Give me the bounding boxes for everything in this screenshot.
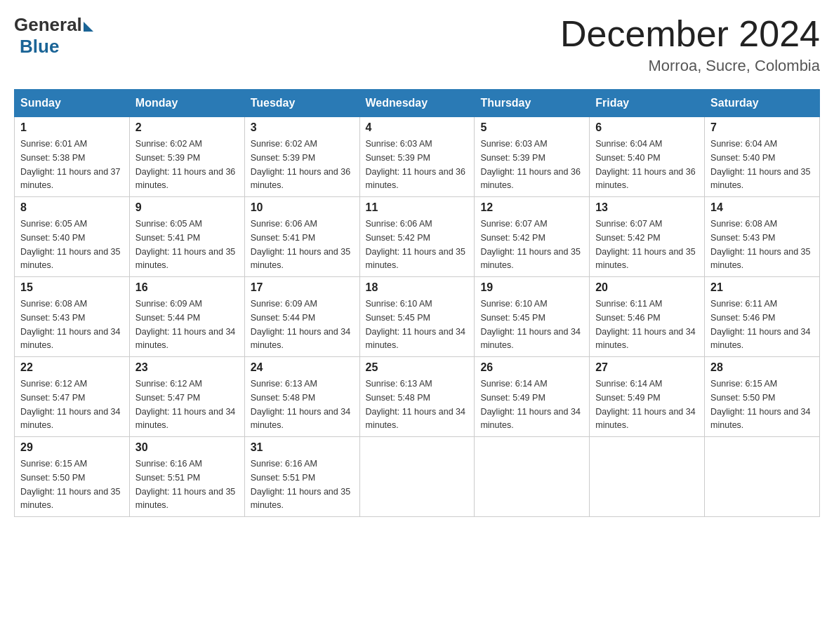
calendar-cell: 27 Sunrise: 6:14 AMSunset: 5:49 PMDaylig…	[590, 357, 705, 437]
weekday-header-thursday: Thursday	[475, 90, 590, 117]
day-info: Sunrise: 6:03 AMSunset: 5:39 PMDaylight:…	[480, 139, 580, 190]
day-info: Sunrise: 6:10 AMSunset: 5:45 PMDaylight:…	[366, 299, 465, 350]
calendar-cell: 9 Sunrise: 6:05 AMSunset: 5:41 PMDayligh…	[129, 197, 244, 277]
day-info: Sunrise: 6:14 AMSunset: 5:49 PMDaylight:…	[595, 379, 695, 430]
calendar-cell: 22 Sunrise: 6:12 AMSunset: 5:47 PMDaylig…	[15, 357, 130, 437]
weekday-header-wednesday: Wednesday	[359, 90, 475, 117]
calendar-cell	[590, 437, 705, 517]
day-number: 5	[480, 121, 583, 134]
day-info: Sunrise: 6:09 AMSunset: 5:44 PMDaylight:…	[135, 299, 235, 350]
day-info: Sunrise: 6:01 AMSunset: 5:38 PMDaylight:…	[20, 139, 120, 190]
calendar-cell: 1 Sunrise: 6:01 AMSunset: 5:38 PMDayligh…	[15, 117, 130, 197]
day-number: 25	[366, 361, 469, 374]
calendar-cell: 31 Sunrise: 6:16 AMSunset: 5:51 PMDaylig…	[244, 437, 359, 517]
day-number: 31	[251, 441, 354, 454]
logo-arrow-icon	[84, 22, 93, 32]
weekday-header-row: SundayMondayTuesdayWednesdayThursdayFrid…	[15, 90, 820, 117]
logo: General Blue	[14, 14, 93, 58]
calendar-week-row: 29 Sunrise: 6:15 AMSunset: 5:50 PMDaylig…	[15, 437, 820, 517]
day-number: 29	[20, 441, 124, 454]
day-number: 28	[710, 361, 814, 374]
day-number: 7	[710, 121, 814, 134]
day-info: Sunrise: 6:12 AMSunset: 5:47 PMDaylight:…	[135, 379, 235, 430]
day-info: Sunrise: 6:02 AMSunset: 5:39 PMDaylight:…	[251, 139, 350, 190]
day-info: Sunrise: 6:15 AMSunset: 5:50 PMDaylight:…	[710, 379, 810, 430]
day-info: Sunrise: 6:04 AMSunset: 5:40 PMDaylight:…	[710, 139, 810, 190]
day-info: Sunrise: 6:08 AMSunset: 5:43 PMDaylight:…	[20, 299, 120, 350]
logo-general: General	[14, 14, 82, 36]
calendar-cell: 29 Sunrise: 6:15 AMSunset: 5:50 PMDaylig…	[15, 437, 130, 517]
calendar-cell: 14 Sunrise: 6:08 AMSunset: 5:43 PMDaylig…	[705, 197, 820, 277]
day-number: 13	[595, 201, 699, 214]
location-title: Morroa, Sucre, Colombia	[560, 57, 820, 75]
day-number: 30	[135, 441, 239, 454]
calendar-cell: 15 Sunrise: 6:08 AMSunset: 5:43 PMDaylig…	[15, 277, 130, 357]
day-number: 14	[710, 201, 814, 214]
calendar-cell: 6 Sunrise: 6:04 AMSunset: 5:40 PMDayligh…	[590, 117, 705, 197]
day-info: Sunrise: 6:06 AMSunset: 5:42 PMDaylight:…	[366, 219, 465, 270]
calendar-table: SundayMondayTuesdayWednesdayThursdayFrid…	[14, 89, 820, 517]
day-number: 21	[710, 281, 814, 294]
calendar-cell	[475, 437, 590, 517]
day-info: Sunrise: 6:02 AMSunset: 5:39 PMDaylight:…	[135, 139, 235, 190]
day-info: Sunrise: 6:16 AMSunset: 5:51 PMDaylight:…	[251, 459, 350, 510]
weekday-header-friday: Friday	[590, 90, 705, 117]
calendar-week-row: 15 Sunrise: 6:08 AMSunset: 5:43 PMDaylig…	[15, 277, 820, 357]
day-info: Sunrise: 6:08 AMSunset: 5:43 PMDaylight:…	[710, 219, 810, 270]
day-info: Sunrise: 6:05 AMSunset: 5:41 PMDaylight:…	[135, 219, 235, 270]
calendar-week-row: 8 Sunrise: 6:05 AMSunset: 5:40 PMDayligh…	[15, 197, 820, 277]
calendar-cell: 16 Sunrise: 6:09 AMSunset: 5:44 PMDaylig…	[129, 277, 244, 357]
day-number: 18	[366, 281, 469, 294]
day-number: 8	[20, 201, 124, 214]
calendar-cell: 10 Sunrise: 6:06 AMSunset: 5:41 PMDaylig…	[244, 197, 359, 277]
day-info: Sunrise: 6:06 AMSunset: 5:41 PMDaylight:…	[251, 219, 350, 270]
day-number: 12	[480, 201, 583, 214]
day-info: Sunrise: 6:13 AMSunset: 5:48 PMDaylight:…	[366, 379, 465, 430]
day-number: 23	[135, 361, 239, 374]
day-number: 24	[251, 361, 354, 374]
calendar-week-row: 1 Sunrise: 6:01 AMSunset: 5:38 PMDayligh…	[15, 117, 820, 197]
calendar-cell: 3 Sunrise: 6:02 AMSunset: 5:39 PMDayligh…	[244, 117, 359, 197]
weekday-header-tuesday: Tuesday	[244, 90, 359, 117]
day-number: 9	[135, 201, 239, 214]
calendar-cell	[359, 437, 475, 517]
calendar-cell: 12 Sunrise: 6:07 AMSunset: 5:42 PMDaylig…	[475, 197, 590, 277]
calendar-cell: 18 Sunrise: 6:10 AMSunset: 5:45 PMDaylig…	[359, 277, 475, 357]
day-number: 11	[366, 201, 469, 214]
day-number: 3	[251, 121, 354, 134]
day-number: 17	[251, 281, 354, 294]
calendar-cell: 19 Sunrise: 6:10 AMSunset: 5:45 PMDaylig…	[475, 277, 590, 357]
page-header: General Blue December 2024 Morroa, Sucre…	[14, 14, 820, 75]
day-number: 27	[595, 361, 699, 374]
weekday-header-monday: Monday	[129, 90, 244, 117]
calendar-week-row: 22 Sunrise: 6:12 AMSunset: 5:47 PMDaylig…	[15, 357, 820, 437]
day-number: 6	[595, 121, 699, 134]
day-info: Sunrise: 6:04 AMSunset: 5:40 PMDaylight:…	[595, 139, 695, 190]
day-info: Sunrise: 6:05 AMSunset: 5:40 PMDaylight:…	[20, 219, 120, 270]
day-info: Sunrise: 6:12 AMSunset: 5:47 PMDaylight:…	[20, 379, 120, 430]
weekday-header-saturday: Saturday	[705, 90, 820, 117]
day-info: Sunrise: 6:13 AMSunset: 5:48 PMDaylight:…	[251, 379, 350, 430]
day-info: Sunrise: 6:07 AMSunset: 5:42 PMDaylight:…	[480, 219, 580, 270]
day-number: 26	[480, 361, 583, 374]
day-info: Sunrise: 6:14 AMSunset: 5:49 PMDaylight:…	[480, 379, 580, 430]
calendar-cell: 30 Sunrise: 6:16 AMSunset: 5:51 PMDaylig…	[129, 437, 244, 517]
calendar-cell: 7 Sunrise: 6:04 AMSunset: 5:40 PMDayligh…	[705, 117, 820, 197]
day-number: 10	[251, 201, 354, 214]
day-number: 15	[20, 281, 124, 294]
day-info: Sunrise: 6:09 AMSunset: 5:44 PMDaylight:…	[251, 299, 350, 350]
day-info: Sunrise: 6:11 AMSunset: 5:46 PMDaylight:…	[710, 299, 810, 350]
calendar-cell: 24 Sunrise: 6:13 AMSunset: 5:48 PMDaylig…	[244, 357, 359, 437]
month-title: December 2024	[560, 14, 820, 54]
day-info: Sunrise: 6:16 AMSunset: 5:51 PMDaylight:…	[135, 459, 235, 510]
calendar-cell: 13 Sunrise: 6:07 AMSunset: 5:42 PMDaylig…	[590, 197, 705, 277]
calendar-cell: 26 Sunrise: 6:14 AMSunset: 5:49 PMDaylig…	[475, 357, 590, 437]
calendar-cell: 5 Sunrise: 6:03 AMSunset: 5:39 PMDayligh…	[475, 117, 590, 197]
day-number: 22	[20, 361, 124, 374]
day-info: Sunrise: 6:11 AMSunset: 5:46 PMDaylight:…	[595, 299, 695, 350]
calendar-cell: 20 Sunrise: 6:11 AMSunset: 5:46 PMDaylig…	[590, 277, 705, 357]
calendar-cell: 11 Sunrise: 6:06 AMSunset: 5:42 PMDaylig…	[359, 197, 475, 277]
day-number: 4	[366, 121, 469, 134]
day-number: 20	[595, 281, 699, 294]
weekday-header-sunday: Sunday	[15, 90, 130, 117]
